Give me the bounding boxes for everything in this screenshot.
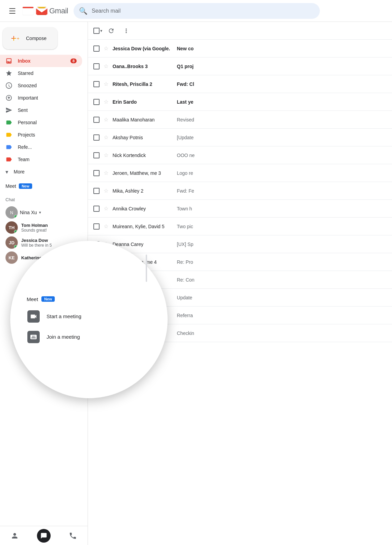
star-toggle[interactable]: ☆	[104, 63, 108, 69]
email-subject: [Update	[177, 135, 387, 140]
email-checkbox[interactable]	[93, 170, 100, 176]
email-checkbox[interactable]	[93, 152, 100, 158]
meet-header: Meet New	[5, 183, 82, 189]
keyboard-icon	[27, 331, 40, 343]
checkbox-square[interactable]	[93, 28, 100, 34]
email-checkbox[interactable]	[93, 117, 100, 123]
sidebar-item-snoozed[interactable]: Snoozed	[0, 79, 82, 92]
star-toggle[interactable]: ☆	[104, 170, 108, 176]
meet-new-badge-popup: New	[41, 296, 55, 302]
meet-section: Meet New	[0, 181, 88, 194]
chat-tab[interactable]	[37, 529, 51, 543]
email-toolbar: ▾	[88, 22, 392, 40]
menu-button[interactable]	[5, 4, 19, 18]
main-layout: + Compose	[0, 22, 392, 545]
email-checkbox[interactable]	[93, 206, 100, 212]
compose-button[interactable]: + Compose	[3, 27, 57, 49]
jessica-online-indicator	[14, 245, 17, 248]
more-options-button[interactable]	[120, 25, 132, 37]
star-toggle[interactable]: ☆	[104, 187, 108, 194]
app-name: Gmail	[49, 7, 68, 15]
online-indicator	[14, 215, 17, 218]
gmail-icon	[36, 5, 48, 17]
email-subject: Checkin	[177, 330, 387, 336]
email-subject: Last ye	[177, 99, 387, 105]
more-label: More	[14, 169, 25, 174]
tom-name: Tom Holman	[21, 223, 82, 228]
email-checkbox[interactable]	[93, 223, 100, 230]
email-sender: Muireann, Kylie, David 5	[113, 224, 174, 229]
select-dropdown-icon[interactable]: ▾	[100, 28, 102, 33]
more-vert-icon	[123, 27, 130, 34]
refresh-button[interactable]	[105, 25, 117, 37]
tom-avatar: TH	[5, 221, 18, 234]
sidebar-item-sent[interactable]: Sent	[0, 104, 82, 116]
email-sender: Nick Kortendick	[113, 153, 174, 158]
email-checkbox[interactable]	[93, 63, 100, 69]
email-sender: Ritesh, Priscilla 2	[113, 81, 174, 87]
star-toggle[interactable]: ☆	[104, 99, 108, 105]
email-row[interactable]: ☆ Muireann, Kylie, David 5 Two pic	[88, 218, 392, 235]
start-meeting-label: Start a meeting	[47, 313, 81, 319]
sidebar-item-team[interactable]: Team	[0, 153, 82, 166]
scrollbar[interactable]	[146, 255, 147, 282]
more-button[interactable]: ▾ More	[0, 166, 82, 178]
chat-bubble-icon	[40, 532, 47, 539]
sidebar-item-refs[interactable]: Refe...	[0, 141, 82, 153]
email-subject: Re: Con	[177, 277, 387, 283]
sidebar-item-important[interactable]: Important	[0, 92, 82, 104]
email-subject: Q1 proj	[177, 64, 387, 69]
join-meeting-button[interactable]: Join a meeting	[24, 331, 154, 343]
refs-label: Refe...	[18, 144, 77, 150]
start-meeting-button[interactable]: Start a meeting	[24, 310, 154, 323]
dropdown-icon[interactable]: ▾	[39, 210, 41, 215]
email-row[interactable]: ☆ Ritesh, Priscilla 2 Fwd: Cl	[88, 75, 392, 93]
compose-plus-icon: +	[11, 33, 22, 44]
chat-self-row[interactable]: N Nina Xu ▾	[5, 205, 82, 220]
email-checkbox[interactable]	[93, 81, 100, 87]
email-subject: Town h	[177, 206, 387, 211]
star-toggle[interactable]: ☆	[104, 205, 108, 212]
sidebar-item-starred[interactable]: Starred	[0, 67, 82, 79]
starred-label: Starred	[18, 70, 77, 76]
email-checkbox[interactable]	[93, 188, 100, 194]
snoozed-icon	[5, 82, 12, 89]
select-all-checkbox[interactable]: ▾	[93, 28, 102, 34]
tom-online-indicator	[14, 230, 17, 233]
bottom-bar	[0, 526, 88, 545]
star-toggle[interactable]: ☆	[104, 134, 108, 141]
email-checkbox[interactable]	[93, 99, 100, 105]
star-toggle[interactable]: ☆	[104, 152, 108, 158]
email-row[interactable]: ☆ Deanna Carey [UX] Sp	[88, 235, 392, 253]
email-row[interactable]: ☆ Jessica Dow (via Google. New co	[88, 40, 392, 57]
email-sender: Mika, Ashley 2	[113, 188, 174, 194]
people-icon	[11, 532, 19, 540]
star-icon	[5, 70, 12, 77]
sidebar-item-inbox[interactable]: Inbox 8	[0, 55, 82, 67]
projects-icon	[5, 131, 12, 138]
star-toggle[interactable]: ☆	[104, 45, 108, 52]
email-row[interactable]: ☆ Oana..Brooks 3 Q1 proj	[88, 57, 392, 75]
sidebar-item-personal[interactable]: Personal	[0, 116, 82, 129]
email-row[interactable]: ☆ Mika, Ashley 2 Fwd: Fe	[88, 182, 392, 200]
inbox-label: Inbox	[18, 58, 65, 64]
email-row[interactable]: ☆ Erin Sardo Last ye	[88, 93, 392, 111]
phone-tab[interactable]	[66, 529, 80, 543]
video-camera-icon	[27, 310, 40, 323]
email-row[interactable]: ☆ Annika Crowley Town h	[88, 200, 392, 218]
email-row[interactable]: ☆ Nick Kortendick OOO ne	[88, 146, 392, 164]
email-row[interactable]: ☆ Akshay Potnis [Update	[88, 129, 392, 146]
email-checkbox[interactable]	[93, 134, 100, 141]
personal-icon	[5, 119, 12, 126]
search-bar[interactable]: 🔍 Search mail	[74, 3, 320, 19]
sidebar-item-projects[interactable]: Projects	[0, 129, 82, 141]
email-row[interactable]: ☆ Jeroen, Matthew, me 3 Logo re	[88, 164, 392, 182]
email-row[interactable]: ☆ Maalika Manoharan Revised	[88, 111, 392, 129]
chat-user-tom[interactable]: TH Tom Holman Sounds great!	[5, 220, 82, 235]
star-toggle[interactable]: ☆	[104, 116, 108, 123]
email-checkbox[interactable]	[93, 46, 100, 52]
star-toggle[interactable]: ☆	[104, 81, 108, 87]
people-tab[interactable]	[8, 529, 22, 543]
star-toggle[interactable]: ☆	[104, 223, 108, 230]
gmail-logo[interactable]: Gmail	[22, 5, 68, 17]
